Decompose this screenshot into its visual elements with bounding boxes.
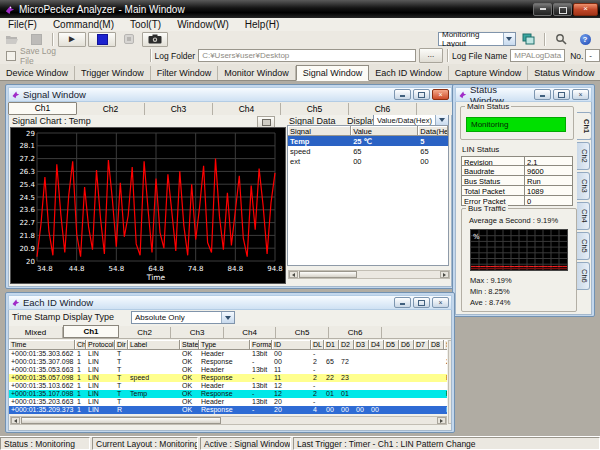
- side-tab-ch2[interactable]: Ch2: [577, 142, 590, 170]
- each-id-tab-ch5[interactable]: Ch5: [276, 327, 329, 338]
- each-id-tab-ch2[interactable]: Ch2: [119, 327, 171, 338]
- log-folder-field[interactable]: C:¥Users¥user¥Desktop: [198, 49, 416, 62]
- column-header-value[interactable]: Value: [351, 126, 418, 136]
- column-header-d7[interactable]: D7: [414, 340, 429, 350]
- each-id-window-titlebar[interactable]: Each ID Window ×: [8, 295, 452, 310]
- screenshot-button[interactable]: [142, 32, 168, 47]
- column-header-s[interactable]: S: [444, 340, 447, 350]
- minimize-button[interactable]: [394, 297, 411, 308]
- minimize-button[interactable]: [534, 89, 551, 100]
- channel-tab-ch1[interactable]: Ch1: [8, 102, 77, 115]
- tab-status-window[interactable]: Status Window: [528, 66, 600, 80]
- side-tab-ch3[interactable]: Ch3: [577, 172, 590, 200]
- log-file-name-field[interactable]: MPALogData: [510, 49, 565, 62]
- packet-row[interactable]: +000:01:35.053.6631LINTOKHeader13bit11-: [9, 366, 447, 374]
- tab-signal-window[interactable]: Signal Window: [296, 65, 370, 81]
- each-id-tab-ch6[interactable]: Ch6: [329, 327, 382, 338]
- column-header-d5[interactable]: D5: [384, 340, 399, 350]
- packet-row[interactable]: +000:01:35.303.6621LINTOKHeader13bit00-: [9, 350, 447, 358]
- channel-tab-ch5[interactable]: Ch5: [281, 103, 349, 115]
- menu-item-5[interactable]: Help(H): [237, 18, 287, 31]
- close-button[interactable]: ×: [573, 3, 598, 16]
- column-header-d1[interactable]: D1: [324, 340, 339, 350]
- menu-item-2[interactable]: Command(M): [45, 18, 122, 31]
- channel-tab-ch6[interactable]: Ch6: [349, 103, 417, 115]
- packet-table-hscrollbar[interactable]: [10, 416, 447, 425]
- packet-table[interactable]: TimeChProtocolDirLabelStateTypeFormatIDD…: [9, 340, 447, 414]
- column-header-id[interactable]: ID: [272, 340, 311, 350]
- packet-row[interactable]: +000:01:35.307.0981LINTOKResponse-002657…: [9, 358, 447, 366]
- tab-device-window[interactable]: Device Window: [0, 66, 75, 80]
- maximize-button[interactable]: [413, 89, 430, 100]
- column-header-dir[interactable]: Dir: [115, 340, 128, 350]
- maximize-button[interactable]: [553, 89, 570, 100]
- side-tab-ch4[interactable]: Ch4: [577, 202, 590, 230]
- each-id-tab-ch1[interactable]: Ch1: [63, 325, 119, 338]
- browse-folder-button[interactable]: ...: [419, 48, 443, 63]
- stop-monitor-button[interactable]: [88, 32, 116, 47]
- column-header-type[interactable]: Type: [199, 340, 250, 350]
- channel-tab-ch3[interactable]: Ch3: [145, 103, 213, 115]
- column-header-format[interactable]: Format: [250, 340, 272, 350]
- chevron-down-icon[interactable]: [435, 115, 448, 125]
- channel-tab-ch4[interactable]: Ch4: [213, 103, 281, 115]
- column-header-d3[interactable]: D3: [354, 340, 369, 350]
- tab-monitor-window[interactable]: Monitor Window: [218, 66, 296, 80]
- column-header-d6[interactable]: D6: [399, 340, 414, 350]
- column-header-protocol[interactable]: Protocol: [86, 340, 115, 350]
- each-id-tab-ch3[interactable]: Ch3: [171, 327, 224, 338]
- signal-data-table[interactable]: SignalValueData(Hex)Temp25 ℃5speed6565ex…: [287, 125, 449, 266]
- tab-each-id-window[interactable]: Each ID Window: [369, 66, 449, 80]
- packet-row[interactable]: +000:01:35.103.6621LINTOKHeader13bit12-: [9, 382, 447, 390]
- signal-window-titlebar[interactable]: Signal Window ×: [8, 87, 452, 102]
- column-header-label[interactable]: Label: [128, 340, 180, 350]
- menu-item-3[interactable]: Tool(T): [122, 18, 169, 31]
- no-field[interactable]: -: [585, 49, 600, 62]
- table-row[interactable]: speed6565: [288, 146, 448, 156]
- help-button[interactable]: ?: [574, 32, 596, 47]
- column-header-dl[interactable]: DL: [311, 340, 324, 350]
- close-button[interactable]: ×: [432, 297, 449, 308]
- tab-capture-window[interactable]: Capture Window: [449, 66, 529, 80]
- column-header-data(hex)[interactable]: Data(Hex): [418, 126, 448, 136]
- column-header-state[interactable]: State: [180, 340, 199, 350]
- column-header-d8[interactable]: D8: [429, 340, 444, 350]
- tab-filter-window[interactable]: Filter Window: [151, 66, 219, 80]
- minimize-button[interactable]: [533, 3, 552, 16]
- status-window-titlebar[interactable]: Status Window ×: [455, 87, 592, 102]
- column-header-signal[interactable]: Signal: [288, 126, 351, 136]
- column-header-d4[interactable]: D4: [369, 340, 384, 350]
- packet-row[interactable]: +000:01:35.057.0981LINTspeedOKResponse-1…: [9, 374, 447, 382]
- maximize-button[interactable]: [413, 297, 430, 308]
- side-tab-ch6[interactable]: Ch6: [577, 262, 590, 290]
- each-id-tab-ch4[interactable]: Ch4: [224, 327, 276, 338]
- device-info-button[interactable]: [118, 32, 140, 47]
- side-tab-ch1[interactable]: Ch1: [577, 112, 592, 140]
- maximize-button[interactable]: [553, 3, 572, 16]
- column-header-ch[interactable]: Ch: [75, 340, 86, 350]
- table-row[interactable]: Temp25 ℃5: [288, 136, 448, 146]
- layout-combo[interactable]: Monitoring Layout: [438, 32, 516, 46]
- menu-item-4[interactable]: Window(W): [169, 18, 237, 31]
- side-tab-ch5[interactable]: Ch5: [577, 232, 590, 260]
- channel-tab-ch2[interactable]: Ch2: [77, 103, 145, 115]
- close-button[interactable]: ×: [572, 89, 589, 100]
- start-monitor-button[interactable]: ►: [58, 32, 86, 47]
- tab-trigger-window[interactable]: Trigger Window: [75, 66, 151, 80]
- stop-log-button[interactable]: [25, 32, 47, 47]
- search-button[interactable]: [550, 32, 572, 47]
- column-header-time[interactable]: Time: [9, 340, 75, 350]
- signal-data-hscrollbar[interactable]: [288, 270, 450, 279]
- menu-item-1[interactable]: File(F): [0, 18, 45, 31]
- packet-table-vscrollbar[interactable]: [448, 340, 452, 424]
- packet-row[interactable]: +000:01:35.209.3731LINROKResponse-204000…: [9, 406, 447, 414]
- apply-layout-button[interactable]: [517, 32, 539, 47]
- column-header-d2[interactable]: D2: [339, 340, 354, 350]
- minimize-button[interactable]: [394, 89, 411, 100]
- open-file-button[interactable]: [1, 32, 23, 47]
- chevron-down-icon[interactable]: [221, 312, 234, 323]
- chevron-down-icon[interactable]: [503, 33, 515, 45]
- close-button[interactable]: ×: [432, 89, 449, 100]
- table-row[interactable]: ext0000: [288, 156, 448, 166]
- save-log-checkbox[interactable]: [6, 51, 16, 61]
